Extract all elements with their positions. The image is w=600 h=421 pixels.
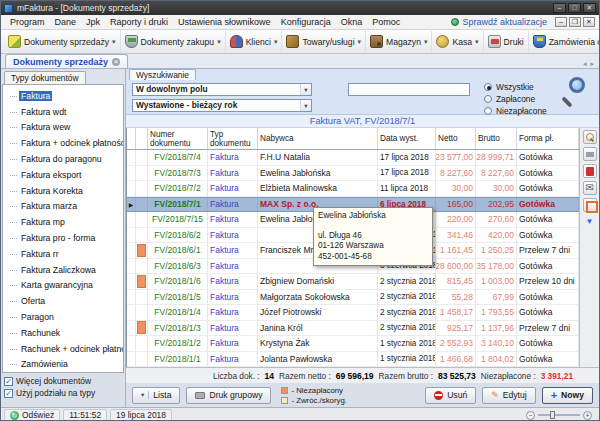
- header-brutto[interactable]: Brutto: [476, 128, 517, 149]
- download-icon[interactable]: [583, 215, 597, 229]
- header-numer[interactable]: Numer dokumentu: [148, 128, 208, 149]
- search-field-combo[interactable]: W dowolnym polu ▾: [132, 83, 312, 96]
- table-row[interactable]: FV/2018/1/4FakturaJózef Piotrowski2 styc…: [127, 305, 579, 321]
- netto-value: 69 596,19: [336, 371, 374, 381]
- sidebar-item-1[interactable]: Faktura wdt: [7, 104, 123, 120]
- sidebar-item-3[interactable]: Faktura + odcinek płatności: [7, 135, 123, 151]
- menu-item-7[interactable]: Pomoc: [367, 16, 405, 28]
- sidebar-item-16[interactable]: Rachunek + odcinek płatności: [7, 341, 123, 357]
- radio-option-0[interactable]: Wszystkie: [484, 81, 547, 92]
- zoom-in-icon[interactable]: +: [583, 411, 592, 420]
- table-header: Numer dokumentu Typ dokumentu Nabywca Da…: [127, 128, 579, 150]
- menu-item-1[interactable]: Dane: [50, 16, 82, 28]
- sidebar-item-11[interactable]: Faktura Zaliczkowa: [7, 262, 123, 278]
- tab-scroll-arrows[interactable]: ◂ ▸: [583, 60, 595, 68]
- menu-item-3[interactable]: Raporty i druki: [105, 16, 173, 28]
- toolbar-button-goods[interactable]: Towary/usługi▾: [282, 31, 366, 53]
- chevron-down-icon[interactable]: ▾: [300, 84, 311, 95]
- chevron-down-icon[interactable]: ▾: [358, 38, 362, 46]
- zoom-thumb[interactable]: [550, 411, 555, 419]
- tab-dokumenty-sprzedazy[interactable]: Dokumenty sprzedaży ✕: [5, 54, 128, 68]
- sidebar-item-17[interactable]: Zamówienia: [7, 357, 123, 373]
- nowy-button[interactable]: + Nowy: [542, 387, 593, 404]
- unpaid-marker-cell: [136, 321, 148, 336]
- pdf-icon[interactable]: [583, 164, 597, 178]
- menu-item-2[interactable]: Jpk: [81, 16, 105, 28]
- radio-option-2[interactable]: Niezapłacone: [484, 105, 547, 116]
- header-data-wyst[interactable]: Data wyst.: [378, 128, 436, 149]
- refresh-button[interactable]: ↻ Odśwież: [4, 409, 60, 421]
- sidebar-item-9[interactable]: Faktura pro - forma: [7, 230, 123, 246]
- header-typ[interactable]: Typ dokumentu: [208, 128, 258, 149]
- chevron-down-icon[interactable]: ▾: [300, 100, 311, 111]
- sidebar-item-0[interactable]: Faktura: [7, 88, 123, 104]
- chevron-down-icon[interactable]: ▾: [475, 38, 479, 46]
- header-netto[interactable]: Netto: [436, 128, 476, 149]
- chevron-down-icon[interactable]: ▾: [112, 38, 116, 46]
- zoom-slider[interactable]: − +: [526, 411, 592, 420]
- sidebar-item-13[interactable]: Oferta: [7, 293, 123, 309]
- zoom-out-icon[interactable]: −: [526, 411, 535, 420]
- mdi-minimize-button[interactable]: –: [555, 17, 567, 27]
- maximize-button[interactable]: □: [568, 3, 581, 13]
- sidebar-tab[interactable]: Typy dokumentów: [1, 69, 125, 84]
- sidebar-item-4[interactable]: Faktura do paragonu: [7, 151, 123, 167]
- druk-grupowy-button[interactable]: Druk grupowy: [186, 387, 271, 404]
- lista-button[interactable]: ▾ Lista: [132, 387, 180, 404]
- table-row[interactable]: FV/2018/7/2FakturaElżbieta Malinowska11 …: [127, 181, 579, 197]
- sidebar-item-12[interactable]: Karta gwarancyjna: [7, 278, 123, 294]
- table-row[interactable]: FV/2018/7/4FakturaF.H.U Natalia17 lipca …: [127, 150, 579, 166]
- search-tab[interactable]: Wyszukiwanie: [129, 69, 196, 80]
- toolbar-button-orders-online[interactable]: Zamówienia online▾: [529, 31, 600, 53]
- menu-item-0[interactable]: Program: [5, 16, 50, 28]
- search-input[interactable]: [348, 83, 470, 96]
- close-button[interactable]: ✕: [583, 3, 596, 13]
- mdi-close-button[interactable]: ✕: [583, 17, 595, 27]
- table-row[interactable]: FV/2018/1/2FakturaKrystyna Żak1 stycznia…: [127, 336, 579, 352]
- unpaid-mark-icon[interactable]: [583, 198, 597, 212]
- sidebar-item-6[interactable]: Faktura Korekta: [7, 183, 123, 199]
- zoom-track[interactable]: [538, 414, 580, 416]
- radio-option-1[interactable]: Zapłacone: [484, 93, 547, 104]
- edytuj-button[interactable]: ✎ Edytuj: [482, 387, 535, 404]
- checkbox-wiecej-dokumentow[interactable]: ✓ Więcej dokumentów: [4, 376, 123, 386]
- toolbar-button-prints[interactable]: Druki: [484, 31, 529, 53]
- table-row[interactable]: FV/2018/1/6FakturaZbigniew Domański2 sty…: [127, 274, 579, 290]
- table-row[interactable]: FV/2018/1/5FakturaMałgorzata Sokołowska2…: [127, 290, 579, 306]
- chevron-down-icon[interactable]: ▾: [274, 38, 278, 46]
- table-row[interactable]: FV/2018/7/3FakturaEwelina Jabłońska17 li…: [127, 166, 579, 182]
- check-updates-link[interactable]: Sprawdź aktualizacje: [451, 17, 547, 27]
- menu-item-5[interactable]: Konfiguracja: [276, 16, 336, 28]
- usun-button[interactable]: Usuń: [425, 387, 476, 404]
- toolbar-button-cash[interactable]: Kasa▾: [432, 31, 483, 53]
- toolbar-button-sales-docs[interactable]: Dokumenty sprzedaży▾: [4, 31, 121, 53]
- checkbox-uzyj-podzialu[interactable]: ✓ Użyj podziału na typy: [4, 388, 123, 398]
- magnifier-icon[interactable]: [583, 130, 597, 144]
- menu-item-6[interactable]: Okna: [336, 16, 368, 28]
- tab-close-icon[interactable]: ✕: [112, 58, 120, 66]
- sidebar-item-5[interactable]: Faktura eksport: [7, 167, 123, 183]
- table-row[interactable]: FV/2018/1/3FakturaJanina Król2 stycznia …: [127, 321, 579, 337]
- chevron-down-icon[interactable]: ▾: [424, 38, 428, 46]
- toolbar-button-purchase-docs[interactable]: Dokumenty zakupu▾: [121, 31, 226, 53]
- cell-netto: 1 161,45: [436, 243, 476, 258]
- sidebar-item-10[interactable]: Faktura rr: [7, 246, 123, 262]
- toolbar-button-clients[interactable]: Klienci▾: [226, 31, 283, 53]
- table-row[interactable]: FV/2018/1/1FakturaJolanta Pawłowska1 sty…: [127, 352, 579, 368]
- sidebar-item-7[interactable]: Faktura marża: [7, 199, 123, 215]
- sidebar-item-8[interactable]: Faktura mp: [7, 214, 123, 230]
- toolbar-button-warehouse[interactable]: Magazyn▾: [366, 31, 432, 53]
- sidebar-item-2[interactable]: Faktura wew: [7, 120, 123, 136]
- menu-item-4[interactable]: Ustawienia słownikowe: [173, 16, 276, 28]
- chevron-down-icon[interactable]: ▾: [217, 38, 221, 46]
- header-forma[interactable]: Forma pł.: [517, 128, 579, 149]
- sidebar-item-15[interactable]: Rachunek: [7, 325, 123, 341]
- search-magnifier-icon[interactable]: [559, 77, 585, 105]
- envelope-icon[interactable]: [583, 181, 597, 195]
- printer-icon[interactable]: [583, 147, 597, 161]
- minimize-button[interactable]: –: [553, 3, 566, 13]
- header-nabywca[interactable]: Nabywca: [258, 128, 378, 149]
- mdi-restore-button[interactable]: ❐: [569, 17, 581, 27]
- search-filter-combo[interactable]: Wystawione - bieżący rok ▾: [132, 99, 312, 112]
- sidebar-item-14[interactable]: Paragon: [7, 309, 123, 325]
